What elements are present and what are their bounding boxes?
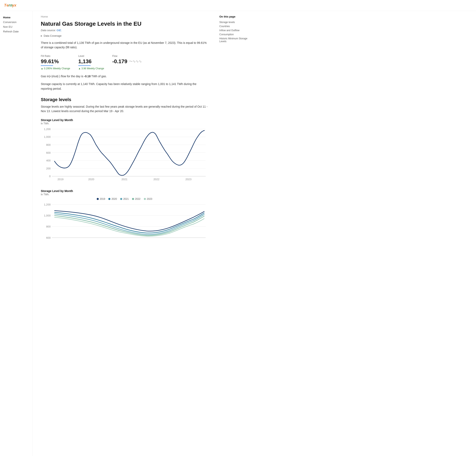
gie-link[interactable]: GIE.	[57, 29, 62, 32]
chart1-container: Storage Level by Month In TWh. 1,200 1,0…	[41, 118, 208, 181]
svg-text:2021: 2021	[121, 178, 127, 181]
page-layout: Home Conversion Non EU Refresh Date Home…	[0, 11, 476, 456]
legend-dot-2022	[132, 198, 134, 200]
right-sidebar-consumption[interactable]: Consumption	[219, 33, 254, 36]
svg-text:x: x	[14, 3, 17, 7]
right-sidebar-historic-min[interactable]: Historic Minimum Storage Levels	[219, 36, 254, 43]
data-coverage-toggle[interactable]: ▶ Data Coverage	[41, 34, 208, 37]
svg-text:1,200: 1,200	[44, 128, 51, 131]
legend-2019: 2019	[97, 198, 105, 200]
page-title: Natural Gas Storage Levels in the EU	[41, 21, 208, 27]
metrics-row: Fill Ratio 99.61% ▲ 0.295% Weekly Change…	[41, 55, 208, 70]
chart2-unit: In TWh.	[41, 193, 208, 196]
legend-label-2020: 2020	[111, 198, 117, 200]
legend-label-2022: 2022	[135, 198, 141, 200]
legend-dot-2021	[120, 198, 122, 200]
flow-sparkline-icon: 〜∿∿∿	[129, 59, 142, 64]
svg-text:0: 0	[49, 175, 51, 178]
chart1-title: Storage Level by Month	[41, 118, 208, 122]
right-sidebar: On this page Storage levels Countries In…	[216, 11, 257, 456]
svg-text:e: e	[7, 3, 8, 7]
flow-value: -0.179	[112, 58, 127, 65]
svg-text:600: 600	[46, 151, 51, 154]
flow-row: -0.179 〜∿∿∿	[112, 58, 142, 65]
on-this-page-title: On this page	[219, 15, 254, 18]
svg-text:1,000: 1,000	[44, 135, 51, 138]
data-coverage-label: Data Coverage	[44, 34, 61, 37]
right-sidebar-storage-levels[interactable]: Storage levels	[219, 20, 254, 24]
level-divider	[78, 66, 91, 66]
level-label: Level	[78, 55, 104, 58]
svg-text:800: 800	[46, 143, 51, 146]
chart2-title: Storage Level by Month	[41, 189, 208, 193]
legend-2022: 2022	[132, 198, 141, 200]
left-sidebar: Home Conversion Non EU Refresh Date	[0, 11, 33, 456]
logo: T e r n y x	[4, 2, 20, 9]
legend-2021: 2021	[120, 198, 129, 200]
chart1-svg: 1,200 1,000 800 600 400 200 0 2019 2020 …	[41, 127, 208, 181]
sidebar-item-non-eu[interactable]: Non EU	[3, 25, 29, 29]
legend-dot-2020	[108, 198, 110, 200]
triangle-icon: ▶	[41, 35, 42, 37]
svg-text:1,000: 1,000	[44, 214, 51, 217]
sidebar-item-refresh-date[interactable]: Refresh Date	[3, 29, 29, 34]
chart1-unit: In TWh.	[41, 122, 208, 125]
level-value: 1,136	[78, 58, 104, 65]
fill-ratio-divider	[41, 66, 53, 66]
legend-2023: 2023	[144, 198, 153, 200]
fill-ratio-change: ▲ 0.295% Weekly Change	[41, 67, 70, 70]
capacity-text: Storage capacity is currently at 1,140 T…	[41, 82, 208, 91]
svg-text:200: 200	[46, 167, 51, 170]
right-sidebar-countries[interactable]: Countries	[219, 24, 254, 28]
level-change: ▲ 3.96 Weekly Change	[78, 67, 104, 70]
fill-ratio-label: Fill Ratio	[41, 55, 70, 58]
chart2-container: Storage Level by Month In TWh. 2019 2020…	[41, 189, 208, 247]
chart2-legend: 2019 2020 2021 2022 2023	[41, 198, 208, 200]
svg-text:600: 600	[46, 236, 51, 239]
flow-bold-value: -0.18	[84, 75, 91, 78]
svg-text:2019: 2019	[58, 178, 63, 181]
storage-levels-text: Storage levels are highly seasonal. Duri…	[41, 104, 208, 114]
flow-metric: Flow -0.179 〜∿∿∿	[112, 55, 142, 70]
legend-label-2019: 2019	[100, 198, 105, 200]
sidebar-item-conversion[interactable]: Conversion	[3, 20, 29, 25]
svg-text:800: 800	[46, 225, 51, 228]
legend-label-2023: 2023	[147, 198, 153, 200]
main-content: Home Natural Gas Storage Levels in the E…	[33, 11, 216, 456]
flow-label: Flow	[112, 55, 142, 58]
fill-ratio-value: 99.61%	[41, 58, 70, 65]
legend-dot-2023	[144, 198, 146, 200]
summary-text: There is a combined total of 1,136 TWh o…	[41, 41, 208, 50]
svg-text:1,200: 1,200	[44, 203, 51, 206]
fill-ratio-metric: Fill Ratio 99.61% ▲ 0.295% Weekly Change	[41, 55, 70, 70]
flow-text: Gas in(+)/out(-) flow for the day is -0.…	[41, 74, 208, 78]
svg-text:r: r	[8, 3, 10, 7]
legend-label-2021: 2021	[123, 198, 129, 200]
sidebar-item-home[interactable]: Home	[3, 15, 29, 20]
legend-dot-2019	[97, 198, 99, 200]
breadcrumb: Home	[41, 15, 208, 18]
right-sidebar-inflow-outflow[interactable]: Inflow and Outflow	[219, 28, 254, 33]
svg-text:2020: 2020	[88, 178, 94, 181]
svg-text:2023: 2023	[186, 178, 191, 181]
legend-2020: 2020	[108, 198, 117, 200]
chart1-line	[54, 131, 205, 175]
storage-levels-title: Storage levels	[41, 97, 208, 102]
svg-text:400: 400	[46, 159, 51, 162]
data-source: Data source: GIE.	[41, 29, 208, 32]
chart2-svg: 1,200 1,000 800 600	[41, 202, 208, 246]
header: T e r n y x	[0, 0, 476, 11]
level-metric: Level 1,136 ▲ 3.96 Weekly Change	[78, 55, 104, 70]
svg-text:2022: 2022	[153, 178, 159, 181]
